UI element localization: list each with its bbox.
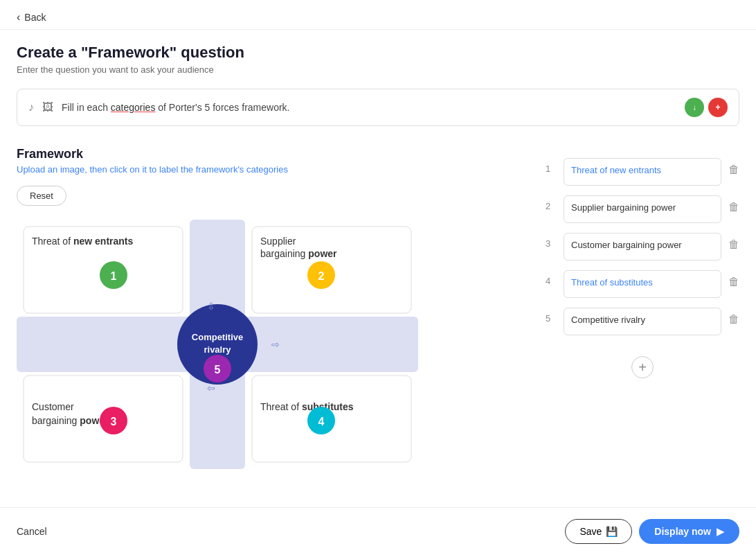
display-label: Display now: [654, 526, 711, 537]
list-item: 5 Competitive rivalry 🗑: [546, 303, 739, 340]
reset-button[interactable]: Reset: [17, 186, 66, 206]
question-text: Fill in each categories of Porter's 5 fo…: [62, 102, 676, 113]
items-list: 1 Threat of new entrants 🗑 2 Supplier ba…: [546, 154, 739, 378]
item-input[interactable]: Threat of substitutes: [564, 270, 721, 298]
categories-link[interactable]: categories: [111, 102, 156, 113]
list-item: 4 Threat of substitutes 🗑: [546, 266, 739, 302]
play-icon: ▶: [717, 526, 724, 537]
right-panel: 1 Threat of new entrants 🗑 2 Supplier ba…: [546, 133, 739, 507]
svg-text:⇦: ⇦: [207, 382, 215, 394]
back-arrow-icon: ‹: [17, 11, 20, 24]
item-input[interactable]: Threat of new entrants: [564, 158, 721, 186]
svg-text:3: 3: [111, 416, 117, 428]
item-number: 4: [546, 270, 557, 286]
delete-button[interactable]: 🗑: [728, 308, 739, 326]
svg-text:2: 2: [318, 270, 325, 282]
question-bar: ♪ 🖼 Fill in each categories of Porter's …: [17, 89, 739, 126]
svg-text:rivalry: rivalry: [204, 344, 231, 355]
section-subtitle: Upload an image, then click on it to lab…: [17, 164, 525, 175]
music-icon: ♪: [28, 101, 34, 114]
item-input[interactable]: Competitive rivalry: [564, 308, 721, 335]
page-subtitle: Enter the question you want to ask your …: [17, 64, 739, 75]
save-label: Save: [579, 526, 602, 537]
svg-text:Threat of new entrants: Threat of new entrants: [32, 236, 133, 247]
badge-green[interactable]: ↓: [685, 98, 704, 117]
svg-text:4: 4: [318, 416, 325, 428]
porter-diagram[interactable]: Threat of new entrants Supplier bargaini…: [17, 220, 418, 469]
list-item: 1 Threat of new entrants 🗑: [546, 154, 739, 190]
page: ‹ Back Create a "Framework" question Ent…: [0, 0, 756, 555]
header: Create a "Framework" question Enter the …: [0, 30, 756, 82]
item-number: 3: [546, 233, 557, 249]
left-panel: Framework Upload an image, then click on…: [17, 133, 525, 507]
cancel-button[interactable]: Cancel: [17, 526, 47, 537]
top-bar: ‹ Back: [0, 0, 756, 30]
add-item-button[interactable]: +: [631, 356, 654, 378]
delete-button[interactable]: 🗑: [728, 233, 739, 251]
svg-text:Threat of substitutes: Threat of substitutes: [260, 401, 354, 412]
list-item: 2 Supplier bargaining power 🗑: [546, 191, 739, 227]
item-number: 2: [546, 195, 557, 211]
svg-text:⇩: ⇩: [207, 301, 215, 312]
svg-text:Supplier: Supplier: [260, 236, 296, 247]
item-input[interactable]: Supplier bargaining power: [564, 195, 721, 223]
item-number: 1: [546, 158, 557, 174]
display-now-button[interactable]: Display now ▶: [639, 519, 739, 544]
section-title: Framework: [17, 147, 525, 161]
svg-text:1: 1: [111, 270, 117, 282]
svg-text:5: 5: [215, 364, 221, 376]
svg-text:Customer: Customer: [32, 401, 74, 412]
back-label: Back: [24, 12, 46, 23]
back-button[interactable]: ‹ Back: [17, 11, 46, 24]
delete-button[interactable]: 🗑: [728, 158, 739, 176]
delete-button[interactable]: 🗑: [728, 270, 739, 288]
svg-text:Competitive: Competitive: [192, 332, 243, 342]
save-icon: 💾: [606, 526, 618, 537]
image-icon: 🖼: [42, 101, 53, 114]
delete-button[interactable]: 🗑: [728, 195, 739, 213]
svg-text:bargaining power: bargaining power: [32, 415, 109, 426]
svg-text:bargaining power: bargaining power: [260, 248, 337, 259]
page-title: Create a "Framework" question: [17, 44, 739, 62]
question-actions: ↓ +: [685, 98, 728, 117]
footer-right: Save 💾 Display now ▶: [565, 519, 739, 544]
footer: Cancel Save 💾 Display now ▶: [0, 507, 756, 555]
item-input[interactable]: Customer bargaining power: [564, 233, 721, 261]
item-number: 5: [546, 308, 557, 324]
badge-red[interactable]: +: [708, 98, 728, 117]
save-button[interactable]: Save 💾: [565, 519, 632, 544]
list-item: 3 Customer bargaining power 🗑: [546, 229, 739, 265]
content-area: Framework Upload an image, then click on…: [0, 133, 756, 507]
svg-text:⇨: ⇨: [271, 339, 280, 350]
